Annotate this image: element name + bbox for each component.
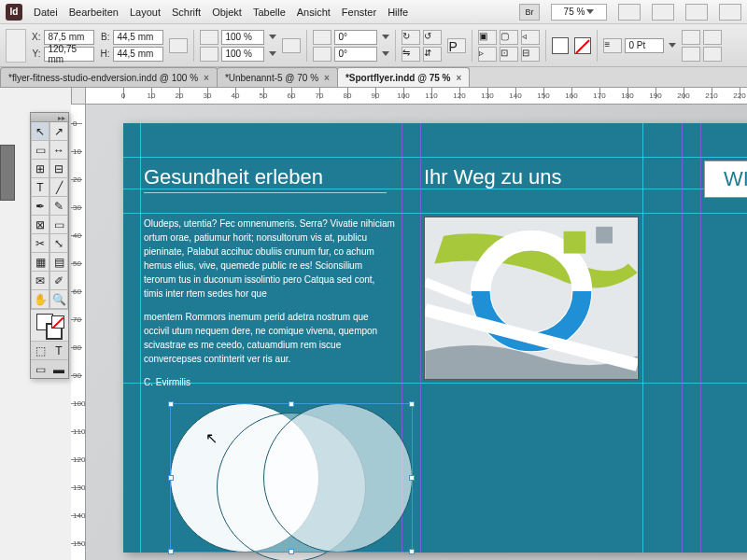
chevron-down-icon[interactable] — [382, 35, 389, 39]
collapsed-panel-tab[interactable] — [0, 145, 15, 201]
opacity-icon[interactable] — [703, 30, 722, 45]
tool-page[interactable]: ▭ — [31, 141, 49, 160]
doc-tab-0[interactable]: *flyer-fitness-studio-endversion.indd @ … — [0, 67, 218, 87]
x-field[interactable]: 87,5 mm — [44, 30, 94, 45]
collapse-icon[interactable]: ▸▸ — [58, 114, 65, 122]
view-options-button[interactable] — [618, 4, 641, 21]
chevron-down-icon[interactable] — [269, 51, 276, 56]
fx-icon[interactable] — [682, 30, 700, 45]
tool-direct-select[interactable]: ↗ — [49, 122, 68, 141]
heading-weg[interactable]: Ihr Weg zu uns — [424, 165, 562, 189]
stroke-swatch[interactable] — [574, 37, 591, 54]
close-icon[interactable]: × — [324, 73, 330, 83]
column-guide[interactable] — [420, 123, 421, 553]
shear-field[interactable]: 0° — [334, 47, 377, 62]
select-container-icon[interactable]: ▣ — [478, 30, 497, 45]
none-swatch-icon[interactable] — [51, 315, 64, 329]
tool-note[interactable]: ✉ — [31, 272, 49, 290]
preview-view-icon[interactable]: ▬ — [49, 360, 68, 378]
selection-handle[interactable] — [168, 549, 174, 554]
fit-content-icon[interactable]: ⊟ — [521, 47, 540, 62]
bridge-button[interactable]: Br — [519, 4, 540, 21]
tool-line[interactable]: ╱ — [49, 178, 68, 197]
selection-handle[interactable] — [289, 401, 294, 407]
tool-pen[interactable]: ✒ — [31, 197, 49, 216]
close-icon[interactable]: × — [457, 73, 462, 83]
menu-hilfe[interactable]: Hilfe — [388, 7, 408, 18]
menu-ansicht[interactable]: Ansicht — [297, 7, 331, 18]
tool-pencil[interactable]: ✎ — [49, 197, 68, 216]
tool-zoom[interactable]: 🔍 — [49, 290, 68, 309]
tool-hand[interactable]: ✋ — [31, 290, 49, 309]
y-field[interactable]: 120,75 mm — [44, 47, 94, 62]
tool-content-placer[interactable]: ⊟ — [49, 160, 68, 178]
arrange-documents-button[interactable] — [685, 4, 708, 21]
tool-free-transform[interactable]: ⤡ — [49, 234, 68, 253]
column-guide[interactable] — [682, 123, 683, 553]
column-guide[interactable] — [700, 123, 701, 553]
menu-layout[interactable]: Layout — [130, 7, 161, 18]
quick-apply-icon[interactable] — [703, 47, 722, 62]
selection-handle[interactable] — [168, 401, 174, 407]
drop-shadow-icon[interactable] — [682, 47, 700, 62]
guide-horizontal[interactable] — [123, 213, 747, 214]
apply-color-container-icon[interactable]: ⬚ — [31, 342, 49, 359]
vertical-ruler[interactable]: 0102030405060708090100110120130140150 — [71, 105, 86, 560]
guide-vertical[interactable] — [140, 123, 141, 553]
tool-content-collector[interactable]: ⊞ — [31, 160, 49, 178]
scale-y-field[interactable]: 100 % — [221, 47, 264, 62]
heading-gesundheit[interactable]: Gesundheit erleben — [144, 165, 387, 193]
tool-gradient-feather[interactable]: ▤ — [49, 253, 68, 272]
menu-schrift[interactable]: Schrift — [172, 7, 201, 18]
select-next-icon[interactable]: ▹ — [478, 47, 497, 62]
guide-vertical[interactable] — [642, 123, 643, 553]
tool-rectangle-frame[interactable]: ⊠ — [31, 216, 49, 234]
tool-scissors[interactable]: ✂ — [31, 234, 49, 253]
screen-mode-button[interactable] — [652, 4, 674, 21]
tools-panel[interactable]: ▸▸ ↖↗▭↔⊞⊟T╱✒✎⊠▭✂⤡▦▤✉✐✋🔍 ⬚ T ▭ ▬ — [30, 112, 69, 379]
flip-v-icon[interactable]: ⇵ — [423, 47, 442, 62]
h-field[interactable]: 44,5 mm — [113, 47, 163, 62]
heading-wir[interactable]: WIR — [704, 161, 747, 198]
selection-handle[interactable] — [409, 475, 415, 481]
w-field[interactable]: 44,5 mm — [113, 30, 163, 45]
zoom-level-field[interactable]: 75 % — [551, 4, 607, 21]
page[interactable]: Gesundheit erleben Ihr Weg zu uns WIR Ol… — [123, 123, 747, 553]
select-content-icon[interactable]: ▢ — [500, 30, 518, 45]
menu-fenster[interactable]: Fenster — [342, 7, 376, 18]
selection-bounding-box[interactable] — [170, 403, 413, 553]
normal-view-icon[interactable]: ▭ — [31, 360, 49, 378]
stroke-weight-field[interactable]: 0 Pt — [625, 38, 664, 53]
menu-tabelle[interactable]: Tabelle — [253, 7, 286, 18]
selection-handle[interactable] — [168, 475, 174, 481]
document-viewport[interactable]: Gesundheit erleben Ihr Weg zu uns WIR Ol… — [86, 105, 747, 560]
paragraph-style-icon[interactable]: P — [447, 38, 466, 53]
select-prev-icon[interactable]: ◃ — [521, 30, 540, 45]
body-text-frame[interactable]: Oludeps, utentia? Fec omnenumeris. Serra… — [144, 217, 396, 399]
chevron-down-icon[interactable] — [269, 35, 276, 39]
rotate-cw-icon[interactable]: ↻ — [402, 30, 420, 45]
flip-h-icon[interactable]: ⇋ — [402, 47, 420, 62]
tool-selection[interactable]: ↖ — [31, 122, 49, 141]
horizontal-ruler[interactable]: 0102030405060708090100110120130140150160… — [86, 88, 747, 105]
rotate-ccw-icon[interactable]: ↺ — [423, 30, 442, 45]
fill-stroke-proxy[interactable] — [31, 309, 68, 341]
ruler-origin[interactable] — [71, 88, 86, 105]
reference-point-proxy[interactable] — [6, 29, 26, 63]
close-icon[interactable]: × — [204, 73, 209, 83]
doc-tab-2[interactable]: *Sportflyer.indd @ 75 %× — [337, 67, 470, 87]
constrain-scale-icon[interactable] — [282, 38, 301, 53]
tool-rectangle[interactable]: ▭ — [49, 216, 68, 234]
doc-tab-1[interactable]: *Unbenannt-5 @ 70 %× — [217, 67, 338, 87]
menu-objekt[interactable]: Objekt — [212, 7, 242, 18]
fill-swatch[interactable] — [552, 37, 569, 54]
fit-frame-icon[interactable]: ⊡ — [500, 47, 518, 62]
map-image-frame[interactable] — [424, 217, 639, 380]
selection-handle[interactable] — [409, 401, 415, 407]
constrain-wh-icon[interactable] — [169, 38, 188, 53]
menu-datei[interactable]: Datei — [34, 7, 58, 18]
menu-bearbeiten[interactable]: Bearbeiten — [69, 7, 119, 18]
chevron-down-icon[interactable] — [669, 43, 676, 48]
panel-grip[interactable]: ▸▸ — [31, 113, 68, 122]
selection-handle[interactable] — [409, 549, 415, 554]
